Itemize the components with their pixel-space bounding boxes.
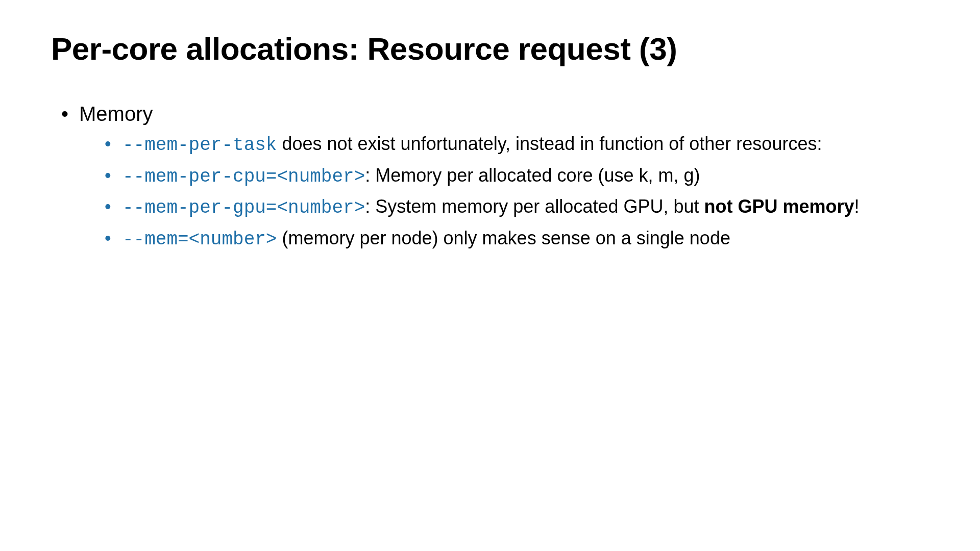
bullet-item-3: --mem-per-gpu=<number>: System memory pe…: [105, 194, 929, 221]
text-1: does not exist unfortunately, instead in…: [277, 133, 822, 154]
section-label: Memory: [79, 103, 153, 125]
code-mem-per-cpu: --mem-per-cpu=<number>: [122, 166, 365, 187]
bullet-list-level2: --mem-per-task does not exist unfortunat…: [79, 132, 929, 252]
bullet-item-2: --mem-per-cpu=<number>: Memory per alloc…: [105, 163, 929, 190]
text-4: (memory per node) only makes sense on a …: [277, 228, 730, 248]
text-2: : Memory per allocated core (use k, m, g…: [365, 165, 700, 186]
code-mem-per-gpu: --mem-per-gpu=<number>: [122, 197, 365, 218]
bold-not-gpu-memory: not GPU memory: [704, 196, 854, 217]
text-3b: !: [854, 196, 860, 217]
code-mem: --mem=<number>: [122, 229, 277, 250]
bullet-item-1: --mem-per-task does not exist unfortunat…: [105, 132, 929, 158]
slide-title: Per-core allocations: Resource request (…: [51, 31, 929, 67]
code-mem-per-task: --mem-per-task: [122, 135, 277, 156]
text-3a: : System memory per allocated GPU, but: [365, 196, 704, 217]
bullet-item-4: --mem=<number> (memory per node) only ma…: [105, 226, 929, 253]
bullet-list-level1: Memory --mem-per-task does not exist unf…: [51, 103, 929, 252]
section-bullet: Memory --mem-per-task does not exist unf…: [61, 103, 929, 252]
